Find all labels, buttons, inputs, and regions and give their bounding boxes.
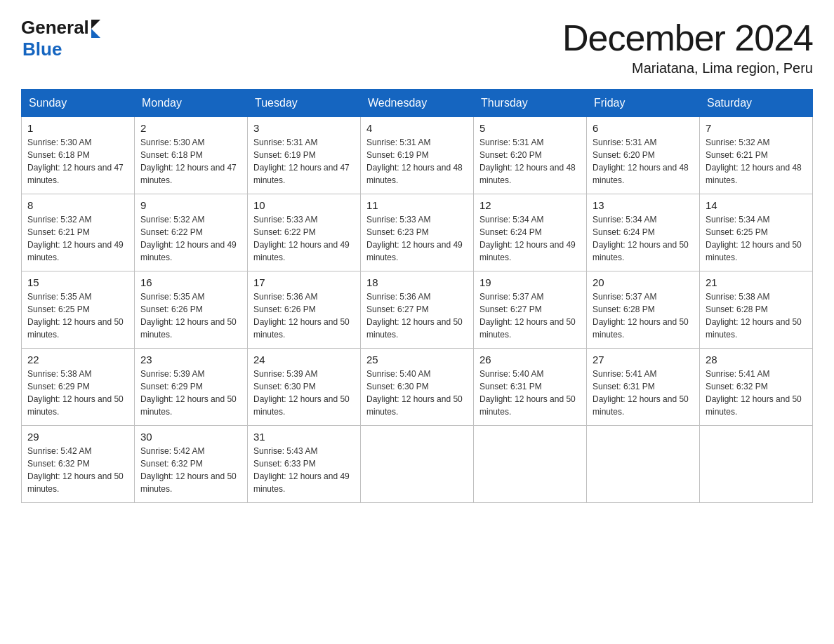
day-number: 9: [140, 199, 241, 211]
day-number: 17: [253, 276, 355, 288]
table-row: [474, 426, 587, 503]
day-number: 4: [366, 122, 468, 134]
table-row: 13 Sunrise: 5:34 AMSunset: 6:24 PMDaylig…: [587, 194, 700, 271]
calendar-week-row: 8 Sunrise: 5:32 AMSunset: 6:21 PMDayligh…: [22, 194, 813, 271]
table-row: 11 Sunrise: 5:33 AMSunset: 6:23 PMDaylig…: [361, 194, 474, 271]
day-info: Sunrise: 5:33 AMSunset: 6:22 PMDaylight:…: [253, 215, 350, 262]
day-number: 7: [706, 122, 807, 134]
logo-text-general: General: [21, 17, 89, 39]
table-row: 31 Sunrise: 5:43 AMSunset: 6:33 PMDaylig…: [248, 426, 361, 503]
day-info: Sunrise: 5:39 AMSunset: 6:30 PMDaylight:…: [253, 369, 350, 417]
day-number: 19: [479, 276, 581, 288]
table-row: 7 Sunrise: 5:32 AMSunset: 6:21 PMDayligh…: [700, 117, 813, 194]
day-number: 18: [366, 276, 468, 288]
col-tuesday: Tuesday: [248, 90, 361, 117]
day-number: 8: [27, 199, 128, 211]
table-row: 8 Sunrise: 5:32 AMSunset: 6:21 PMDayligh…: [22, 194, 135, 271]
day-info: Sunrise: 5:31 AMSunset: 6:19 PMDaylight:…: [366, 137, 463, 185]
table-row: 26 Sunrise: 5:40 AMSunset: 6:31 PMDaylig…: [474, 349, 587, 426]
day-number: 22: [27, 354, 128, 365]
table-row: 12 Sunrise: 5:34 AMSunset: 6:24 PMDaylig…: [474, 194, 587, 271]
logo-arrow-blue: [91, 29, 100, 38]
page-header: General Blue December 2024 Mariatana, Li…: [21, 17, 813, 76]
table-row: 18 Sunrise: 5:36 AMSunset: 6:27 PMDaylig…: [361, 271, 474, 349]
day-info: Sunrise: 5:35 AMSunset: 6:25 PMDaylight:…: [27, 292, 124, 340]
day-number: 20: [593, 276, 694, 288]
table-row: 28 Sunrise: 5:41 AMSunset: 6:32 PMDaylig…: [700, 349, 813, 426]
day-number: 2: [140, 122, 241, 134]
logo-arrow-black: [91, 20, 100, 29]
table-row: 1 Sunrise: 5:30 AMSunset: 6:18 PMDayligh…: [22, 117, 135, 194]
day-number: 24: [253, 354, 355, 365]
day-info: Sunrise: 5:43 AMSunset: 6:33 PMDaylight:…: [253, 446, 350, 494]
day-number: 31: [253, 431, 355, 443]
day-number: 1: [27, 122, 128, 134]
day-info: Sunrise: 5:36 AMSunset: 6:27 PMDaylight:…: [366, 292, 463, 340]
calendar-week-row: 29 Sunrise: 5:42 AMSunset: 6:32 PMDaylig…: [22, 426, 813, 503]
table-row: 2 Sunrise: 5:30 AMSunset: 6:18 PMDayligh…: [135, 117, 248, 194]
col-friday: Friday: [587, 90, 700, 117]
day-info: Sunrise: 5:38 AMSunset: 6:29 PMDaylight:…: [27, 369, 124, 417]
day-info: Sunrise: 5:37 AMSunset: 6:27 PMDaylight:…: [479, 292, 576, 340]
table-row: 10 Sunrise: 5:33 AMSunset: 6:22 PMDaylig…: [248, 194, 361, 271]
day-info: Sunrise: 5:41 AMSunset: 6:32 PMDaylight:…: [706, 369, 802, 417]
day-number: 14: [706, 199, 807, 211]
table-row: 9 Sunrise: 5:32 AMSunset: 6:22 PMDayligh…: [135, 194, 248, 271]
day-info: Sunrise: 5:35 AMSunset: 6:26 PMDaylight:…: [140, 292, 237, 340]
calendar-week-row: 15 Sunrise: 5:35 AMSunset: 6:25 PMDaylig…: [22, 271, 813, 349]
table-row: 22 Sunrise: 5:38 AMSunset: 6:29 PMDaylig…: [22, 349, 135, 426]
logo-text-blue: Blue: [22, 39, 62, 60]
day-number: 26: [479, 354, 581, 365]
col-saturday: Saturday: [700, 90, 813, 117]
day-info: Sunrise: 5:36 AMSunset: 6:26 PMDaylight:…: [253, 292, 350, 340]
col-thursday: Thursday: [474, 90, 587, 117]
day-info: Sunrise: 5:41 AMSunset: 6:31 PMDaylight:…: [593, 369, 689, 417]
day-number: 21: [706, 276, 807, 288]
table-row: 6 Sunrise: 5:31 AMSunset: 6:20 PMDayligh…: [587, 117, 700, 194]
day-number: 30: [140, 431, 241, 443]
day-number: 15: [27, 276, 128, 288]
calendar-header-row: Sunday Monday Tuesday Wednesday Thursday…: [22, 90, 813, 117]
location-subtitle: Mariatana, Lima region, Peru: [562, 60, 813, 76]
table-row: [587, 426, 700, 503]
day-info: Sunrise: 5:32 AMSunset: 6:21 PMDaylight:…: [27, 215, 124, 262]
calendar-table: Sunday Monday Tuesday Wednesday Thursday…: [21, 89, 813, 503]
day-number: 13: [593, 199, 694, 211]
day-info: Sunrise: 5:34 AMSunset: 6:25 PMDaylight:…: [706, 215, 802, 262]
day-info: Sunrise: 5:34 AMSunset: 6:24 PMDaylight:…: [593, 215, 689, 262]
day-info: Sunrise: 5:39 AMSunset: 6:29 PMDaylight:…: [140, 369, 237, 417]
table-row: 4 Sunrise: 5:31 AMSunset: 6:19 PMDayligh…: [361, 117, 474, 194]
day-info: Sunrise: 5:37 AMSunset: 6:28 PMDaylight:…: [593, 292, 689, 340]
calendar-week-row: 22 Sunrise: 5:38 AMSunset: 6:29 PMDaylig…: [22, 349, 813, 426]
day-number: 6: [593, 122, 694, 134]
table-row: 23 Sunrise: 5:39 AMSunset: 6:29 PMDaylig…: [135, 349, 248, 426]
day-info: Sunrise: 5:34 AMSunset: 6:24 PMDaylight:…: [479, 215, 576, 262]
day-number: 25: [366, 354, 468, 365]
table-row: 5 Sunrise: 5:31 AMSunset: 6:20 PMDayligh…: [474, 117, 587, 194]
day-info: Sunrise: 5:30 AMSunset: 6:18 PMDaylight:…: [140, 137, 237, 185]
table-row: 16 Sunrise: 5:35 AMSunset: 6:26 PMDaylig…: [135, 271, 248, 349]
day-number: 11: [366, 199, 468, 211]
day-info: Sunrise: 5:31 AMSunset: 6:20 PMDaylight:…: [479, 137, 576, 185]
table-row: 25 Sunrise: 5:40 AMSunset: 6:30 PMDaylig…: [361, 349, 474, 426]
table-row: 17 Sunrise: 5:36 AMSunset: 6:26 PMDaylig…: [248, 271, 361, 349]
day-number: 5: [479, 122, 581, 134]
day-number: 23: [140, 354, 241, 365]
day-info: Sunrise: 5:38 AMSunset: 6:28 PMDaylight:…: [706, 292, 802, 340]
day-number: 3: [253, 122, 355, 134]
table-row: 14 Sunrise: 5:34 AMSunset: 6:25 PMDaylig…: [700, 194, 813, 271]
col-sunday: Sunday: [22, 90, 135, 117]
day-number: 28: [706, 354, 807, 365]
table-row: 19 Sunrise: 5:37 AMSunset: 6:27 PMDaylig…: [474, 271, 587, 349]
table-row: 3 Sunrise: 5:31 AMSunset: 6:19 PMDayligh…: [248, 117, 361, 194]
table-row: 24 Sunrise: 5:39 AMSunset: 6:30 PMDaylig…: [248, 349, 361, 426]
table-row: 15 Sunrise: 5:35 AMSunset: 6:25 PMDaylig…: [22, 271, 135, 349]
day-info: Sunrise: 5:31 AMSunset: 6:20 PMDaylight:…: [593, 137, 689, 185]
table-row: 20 Sunrise: 5:37 AMSunset: 6:28 PMDaylig…: [587, 271, 700, 349]
day-info: Sunrise: 5:40 AMSunset: 6:30 PMDaylight:…: [366, 369, 463, 417]
table-row: [700, 426, 813, 503]
day-number: 10: [253, 199, 355, 211]
table-row: 27 Sunrise: 5:41 AMSunset: 6:31 PMDaylig…: [587, 349, 700, 426]
title-block: December 2024 Mariatana, Lima region, Pe…: [562, 17, 813, 76]
col-monday: Monday: [135, 90, 248, 117]
